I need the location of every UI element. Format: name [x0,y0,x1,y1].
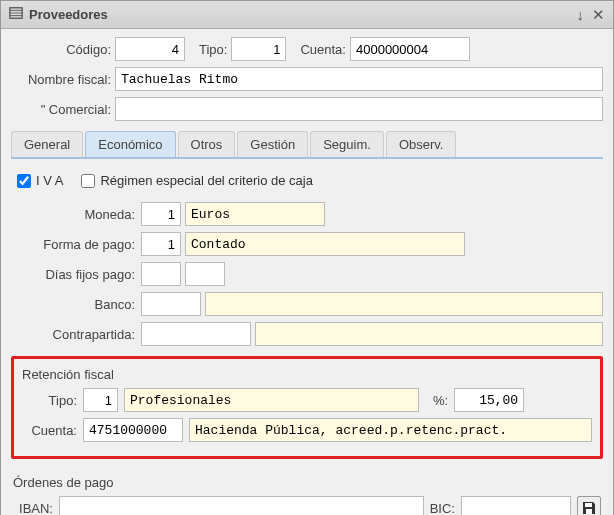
tab-economico[interactable]: Económico [85,131,175,157]
comercial-input[interactable] [115,97,603,121]
moneda-text-input[interactable] [185,202,325,226]
ret-percent-input[interactable] [454,388,524,412]
iva-label: I V A [36,173,63,188]
contrapartida-code-input[interactable] [141,322,251,346]
window: Proveedores ↓ ✕ Código: Tipo: Cuenta: No… [0,0,614,515]
tab-gestion[interactable]: Gestión [237,131,308,157]
bic-label: BIC: [430,501,455,516]
svg-rect-4 [585,503,592,507]
minimize-icon[interactable]: ↓ [577,6,585,24]
save-button[interactable] [577,496,601,515]
moneda-label: Moneda: [11,207,141,222]
tipo-label: Tipo: [199,42,227,57]
ret-cuenta-text-input[interactable] [189,418,592,442]
codigo-input[interactable] [115,37,185,61]
regimen-checkbox-wrap[interactable]: Régimen especial del criterio de caja [81,173,312,188]
forma-pago-code-input[interactable] [141,232,181,256]
banco-label: Banco: [11,297,141,312]
retencion-fiscal-group: Retención fiscal Tipo: %: Cuenta: [11,356,603,459]
moneda-code-input[interactable] [141,202,181,226]
window-icon [9,6,23,23]
ret-tipo-text-input[interactable] [124,388,419,412]
tab-otros[interactable]: Otros [178,131,236,157]
cuenta-label: Cuenta: [300,42,346,57]
forma-pago-label: Forma de pago: [11,237,141,252]
ret-percent-label: %: [433,393,448,408]
dias-fijos-1-input[interactable] [141,262,181,286]
bic-input[interactable] [461,496,571,515]
svg-rect-5 [586,509,592,514]
iva-checkbox[interactable] [17,174,31,188]
tab-seguim[interactable]: Seguim. [310,131,384,157]
regimen-checkbox[interactable] [81,174,95,188]
close-icon[interactable]: ✕ [592,6,605,24]
iban-label: IBAN: [13,501,53,516]
ret-cuenta-code-input[interactable] [83,418,183,442]
content: Código: Tipo: Cuenta: Nombre fiscal: " C… [1,29,613,515]
ret-tipo-code-input[interactable] [83,388,118,412]
contrapartida-label: Contrapartida: [11,327,141,342]
iva-checkbox-wrap[interactable]: I V A [17,173,63,188]
tabs: General Económico Otros Gestión Seguim. … [11,131,603,159]
iban-input[interactable] [59,496,424,515]
tab-observ[interactable]: Observ. [386,131,457,157]
comercial-label: " Comercial: [11,102,111,117]
ordenes-legend: Órdenes de pago [13,475,601,490]
window-title: Proveedores [29,7,108,22]
retencion-legend: Retención fiscal [22,367,592,382]
banco-text-input[interactable] [205,292,603,316]
regimen-label: Régimen especial del criterio de caja [100,173,312,188]
contrapartida-text-input[interactable] [255,322,603,346]
tipo-input[interactable] [231,37,286,61]
forma-pago-text-input[interactable] [185,232,465,256]
dias-fijos-label: Días fijos pago: [11,267,141,282]
ret-tipo-label: Tipo: [22,393,77,408]
ret-cuenta-label: Cuenta: [22,423,77,438]
cuenta-input[interactable] [350,37,470,61]
save-icon [581,500,597,515]
codigo-label: Código: [11,42,111,57]
nombre-fiscal-input[interactable] [115,67,603,91]
nombre-fiscal-label: Nombre fiscal: [11,72,111,87]
titlebar: Proveedores ↓ ✕ [1,1,613,29]
dias-fijos-2-input[interactable] [185,262,225,286]
tab-general[interactable]: General [11,131,83,157]
ordenes-pago-group: Órdenes de pago IBAN: BIC: [11,469,603,515]
banco-code-input[interactable] [141,292,201,316]
